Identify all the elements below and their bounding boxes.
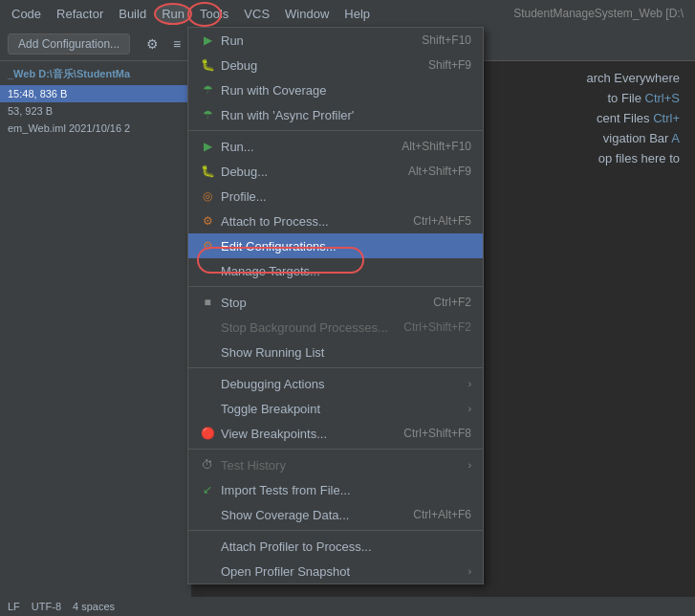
dropdown-item-toggle-bp[interactable]: Toggle Breakpoint› bbox=[188, 396, 483, 421]
shortcut-search: arch Everywhere bbox=[586, 71, 680, 85]
dropdown-item-run-coverage[interactable]: ☂Run with Coverage bbox=[188, 77, 483, 102]
dropdown-item-run-dots[interactable]: ▶Run...Alt+Shift+F10 bbox=[188, 134, 483, 159]
dropdown-item-attach-profiler[interactable]: Attach Profiler to Process... bbox=[188, 534, 483, 559]
dropdown-item-debug-dots[interactable]: 🐛Debug...Alt+Shift+F9 bbox=[188, 159, 483, 184]
icon-edit-config: ⚙ bbox=[200, 238, 215, 253]
dropdown-item-edit-config[interactable]: ⚙Edit Configurations... bbox=[188, 233, 483, 258]
icon-open-snapshot bbox=[200, 563, 215, 579]
settings-icon[interactable]: ⚙ bbox=[141, 33, 163, 55]
dropdown-item-show-running[interactable]: Show Running List bbox=[188, 340, 483, 364]
icon-debug-actions bbox=[200, 376, 215, 391]
sidebar-entry-0[interactable]: 15:48, 836 B bbox=[0, 85, 191, 102]
dropdown-item-attach-process[interactable]: ⚙Attach to Process...Ctrl+Alt+F5 bbox=[188, 209, 483, 233]
label-run-coverage: Run with Coverage bbox=[221, 83, 327, 98]
icon-test-history: ⏱ bbox=[200, 457, 215, 473]
icon-debug-dots: 🐛 bbox=[200, 164, 215, 179]
menu-code[interactable]: Code bbox=[4, 3, 49, 25]
dropdown-item-run-quick[interactable]: ▶RunShift+F10 bbox=[188, 28, 483, 53]
icon-manage-targets bbox=[200, 263, 215, 278]
icon-stop: ■ bbox=[200, 295, 215, 310]
icon-import-tests: ↙ bbox=[200, 482, 215, 497]
label-debug-actions: Debugging Actions bbox=[221, 377, 324, 391]
shortcut-stop: Ctrl+F2 bbox=[433, 296, 471, 309]
icon-profile-dots: ◎ bbox=[200, 188, 215, 204]
menu-window[interactable]: Window bbox=[277, 3, 337, 25]
menu-run[interactable]: Run bbox=[154, 3, 192, 25]
menu-help[interactable]: Help bbox=[337, 3, 378, 25]
add-configuration-button[interactable]: Add Configuration... bbox=[8, 33, 130, 55]
shortcut-run-quick: Shift+F10 bbox=[422, 33, 471, 47]
label-toggle-bp: Toggle Breakpoint bbox=[221, 402, 320, 416]
dropdown-separator bbox=[188, 130, 483, 131]
shortcut-run-dots: Alt+Shift+F10 bbox=[402, 140, 471, 153]
icon-run-async: ☂ bbox=[200, 107, 215, 122]
menu-build[interactable]: Build bbox=[111, 3, 154, 25]
icon-show-running bbox=[200, 344, 215, 360]
arrow-open-snapshot: › bbox=[468, 566, 471, 577]
icon-attach-profiler bbox=[200, 539, 215, 554]
shortcut-stop-bg: Ctrl+Shift+F2 bbox=[403, 320, 471, 334]
icon-run-quick: ▶ bbox=[200, 33, 215, 48]
label-manage-targets: Manage Targets... bbox=[221, 264, 320, 278]
label-test-history: Test History bbox=[221, 458, 286, 473]
label-edit-config: Edit Configurations... bbox=[221, 239, 337, 253]
menu-refactor[interactable]: Refactor bbox=[49, 3, 111, 25]
menu-vcs[interactable]: VCS bbox=[236, 3, 277, 25]
arrow-test-history: › bbox=[468, 460, 471, 471]
sidebar: _Web D:\音乐\StudentMa 15:48, 836 B 53, 92… bbox=[0, 61, 191, 597]
shortcut-debug-quick: Shift+F9 bbox=[428, 58, 471, 72]
label-import-tests: Import Tests from File... bbox=[221, 483, 351, 497]
dropdown-item-debug-quick[interactable]: 🐛DebugShift+F9 bbox=[188, 53, 483, 77]
dropdown-item-profile-dots[interactable]: ◎Profile... bbox=[188, 184, 483, 209]
dropdown-item-view-bps[interactable]: 🔴View Breakpoints...Ctrl+Shift+F8 bbox=[188, 421, 483, 446]
label-run-dots: Run... bbox=[221, 140, 254, 154]
dropdown-item-manage-targets[interactable]: Manage Targets... bbox=[188, 258, 483, 283]
shortcut-attach-process: Ctrl+Alt+F5 bbox=[413, 214, 471, 228]
icon-run-dots: ▶ bbox=[200, 139, 215, 154]
dropdown-item-stop[interactable]: ■StopCtrl+F2 bbox=[188, 290, 483, 315]
list-icon[interactable]: ≡ bbox=[166, 33, 187, 55]
label-stop-bg: Stop Background Processes... bbox=[221, 320, 388, 335]
icon-toggle-bp bbox=[200, 401, 215, 416]
dropdown-item-stop-bg: Stop Background Processes...Ctrl+Shift+F… bbox=[188, 315, 483, 340]
shortcut-nav: vigation Bar A bbox=[603, 131, 680, 145]
dropdown-separator bbox=[188, 286, 483, 287]
dropdown-item-open-snapshot[interactable]: Open Profiler Snapshot› bbox=[188, 559, 483, 583]
shortcut-drop: op files here to bbox=[598, 151, 680, 165]
dropdown-item-import-tests[interactable]: ↙Import Tests from File... bbox=[188, 477, 483, 502]
dropdown-item-show-coverage[interactable]: Show Coverage Data...Ctrl+Alt+F6 bbox=[188, 502, 483, 527]
window-title: StudentManageSystem_Web [D:\ bbox=[513, 7, 691, 20]
statusbar-lf: LF bbox=[8, 601, 20, 612]
sidebar-label: _Web D:\音乐\StudentMa bbox=[0, 61, 191, 85]
menu-tools[interactable]: Tools bbox=[192, 3, 236, 25]
label-debug-dots: Debug... bbox=[221, 165, 268, 179]
dropdown-separator bbox=[188, 449, 483, 450]
dropdown-separator bbox=[188, 530, 483, 531]
sidebar-entry-1[interactable]: 53, 923 B bbox=[0, 102, 191, 120]
shortcut-view-bps: Ctrl+Shift+F8 bbox=[403, 427, 471, 440]
shortcut-file: to File Ctrl+S bbox=[608, 91, 681, 105]
icon-show-coverage bbox=[200, 507, 215, 522]
dropdown-item-run-async[interactable]: ☂Run with 'Async Profiler' bbox=[188, 102, 483, 127]
icon-run-coverage: ☂ bbox=[200, 82, 215, 98]
icon-debug-quick: 🐛 bbox=[200, 57, 215, 73]
label-attach-profiler: Attach Profiler to Process... bbox=[221, 539, 372, 554]
label-open-snapshot: Open Profiler Snapshot bbox=[221, 564, 350, 579]
label-debug-quick: Debug bbox=[221, 58, 257, 73]
shortcut-show-coverage: Ctrl+Alt+F6 bbox=[413, 508, 471, 521]
dropdown-separator bbox=[188, 367, 483, 368]
statusbar-encoding: UTF-8 bbox=[32, 601, 61, 612]
dropdown-item-debug-actions[interactable]: Debugging Actions› bbox=[188, 371, 483, 396]
arrow-toggle-bp: › bbox=[468, 404, 471, 414]
menubar: Code Refactor Build Run Tools VCS Window… bbox=[0, 0, 695, 27]
shortcut-recent: cent Files Ctrl+ bbox=[597, 111, 680, 125]
run-dropdown: ▶RunShift+F10🐛DebugShift+F9☂Run with Cov… bbox=[187, 27, 484, 584]
icon-view-bps: 🔴 bbox=[200, 426, 215, 441]
icon-attach-process: ⚙ bbox=[200, 213, 215, 229]
label-run-quick: Run bbox=[221, 33, 244, 48]
sidebar-entry-2[interactable]: em_Web.iml 2021/10/16 2 bbox=[0, 120, 191, 137]
label-run-async: Run with 'Async Profiler' bbox=[221, 108, 354, 122]
arrow-debug-actions: › bbox=[468, 379, 471, 389]
statusbar-indent: 4 spaces bbox=[73, 601, 115, 612]
shortcut-debug-dots: Alt+Shift+F9 bbox=[408, 165, 471, 178]
